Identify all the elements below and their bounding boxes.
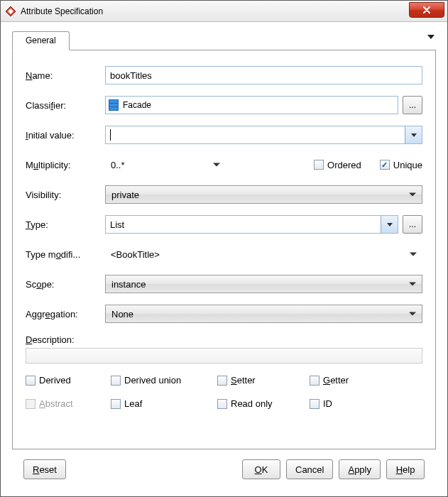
tab-general-label: General <box>26 36 56 45</box>
derived-checkbox[interactable]: Derived <box>26 375 111 386</box>
checkbox-icon <box>26 376 35 386</box>
row-scope: Scope: instance <box>26 275 422 293</box>
readonly-label: Read only <box>231 398 273 409</box>
close-button[interactable] <box>409 2 444 18</box>
titlebar: Attribute Specification <box>1 1 447 22</box>
checkbox-icon <box>217 399 227 409</box>
label-visibility: Visibility: <box>26 190 105 200</box>
derived-label: Derived <box>39 375 71 386</box>
visibility-combo[interactable]: private <box>105 185 422 204</box>
label-name: Name: <box>26 70 105 81</box>
row-type: Type: List ... <box>26 215 422 234</box>
label-aggregation: Aggregation: <box>26 309 105 320</box>
type-modifier-value: <BookTitle> <box>111 249 160 260</box>
derived-union-label: Derived union <box>124 375 181 386</box>
checkbox-icon <box>310 399 319 409</box>
row-name: Name: <box>26 66 422 84</box>
id-label: ID <box>323 398 332 409</box>
label-type: Type: <box>26 219 105 230</box>
type-dropdown-button[interactable] <box>381 216 398 233</box>
row-description: Description: <box>26 334 422 364</box>
label-initial: Initial value: <box>26 130 105 141</box>
getter-checkbox[interactable]: Getter <box>310 375 388 386</box>
type-browse-button[interactable]: ... <box>403 215 422 234</box>
help-button[interactable]: Help <box>386 459 425 479</box>
classifier-value: Facade <box>123 100 151 110</box>
name-input[interactable] <box>105 66 422 84</box>
classifier-browse-button[interactable]: ... <box>403 96 422 114</box>
tab-menu-icon[interactable] <box>427 35 435 39</box>
scope-combo[interactable]: instance <box>105 275 422 293</box>
setter-checkbox[interactable]: Setter <box>217 375 310 386</box>
window-title: Attribute Specification <box>21 6 103 16</box>
dialog-content: General Name: Classifier: <box>1 22 447 496</box>
chevron-down-icon <box>410 253 417 256</box>
checkbox-icon <box>26 399 35 409</box>
aggregation-combo[interactable]: None <box>105 305 422 323</box>
cancel-label: Cancel <box>295 464 324 475</box>
readonly-checkbox[interactable]: Read only <box>217 398 310 409</box>
initial-value-dropdown-button[interactable] <box>405 126 422 143</box>
unique-checkbox[interactable]: Unique <box>380 160 422 170</box>
description-field[interactable] <box>26 348 422 364</box>
setter-label: Setter <box>231 375 256 386</box>
label-scope: Scope: <box>26 279 105 290</box>
reset-button[interactable]: Reset <box>23 459 66 479</box>
row-classifier: Classifier: Facade ... <box>26 96 422 114</box>
classifier-field[interactable]: Facade <box>105 96 398 114</box>
id-checkbox[interactable]: ID <box>310 398 388 409</box>
abstract-label: Abstract <box>39 398 73 409</box>
label-multiplicity: Multiplicity: <box>26 160 105 170</box>
apply-button[interactable]: Apply <box>339 459 381 479</box>
multiplicity-value: 0..* <box>111 160 125 170</box>
aggregation-value: None <box>111 309 133 320</box>
checkbox-icon <box>217 376 227 386</box>
checkbox-icon <box>310 376 319 386</box>
visibility-value: private <box>111 190 139 200</box>
button-bar: Reset OK Cancel Apply Help <box>12 449 436 489</box>
flags-grid: Derived Derived union Setter Getter Abst… <box>26 375 422 409</box>
class-icon <box>109 99 119 111</box>
initial-value-combo[interactable] <box>105 126 422 144</box>
row-initial: Initial value: <box>26 126 422 144</box>
tab-body: Name: Classifier: Facade ... <box>12 50 436 449</box>
row-visibility: Visibility: private <box>26 185 422 204</box>
tab-row: General <box>12 31 436 50</box>
chevron-down-icon <box>409 283 416 286</box>
getter-label: Getter <box>323 375 349 386</box>
chevron-down-icon <box>409 193 416 197</box>
chevron-down-icon <box>409 312 416 316</box>
derived-union-checkbox[interactable]: Derived union <box>111 375 217 386</box>
label-description: Description: <box>26 334 422 345</box>
abstract-checkbox: Abstract <box>26 398 111 409</box>
unique-label: Unique <box>393 160 422 170</box>
type-value: List <box>110 219 124 230</box>
row-multiplicity: Multiplicity: 0..* Ordered Uni <box>26 155 422 174</box>
row-type-modifier: Type modifi... <BookTitle> <box>26 245 422 263</box>
text-caret <box>110 129 111 141</box>
ordered-checkbox[interactable]: Ordered <box>314 160 361 170</box>
dialog-window: Attribute Specification General Name: <box>0 0 448 497</box>
ok-button[interactable]: OK <box>242 459 280 479</box>
label-classifier: Classifier: <box>26 100 105 111</box>
ordered-label: Ordered <box>327 160 361 170</box>
checkbox-icon <box>111 399 121 409</box>
chevron-down-icon <box>213 163 220 167</box>
leaf-label: Leaf <box>124 398 142 409</box>
checkbox-icon <box>111 376 121 386</box>
checkbox-icon <box>314 160 324 170</box>
label-type-modifier: Type modifi... <box>26 249 105 260</box>
scope-value: instance <box>111 279 146 290</box>
type-modifier-combo[interactable]: <BookTitle> <box>105 245 422 263</box>
checkbox-icon <box>380 160 390 170</box>
app-icon <box>5 6 16 17</box>
multiplicity-combo[interactable]: 0..* <box>105 155 226 174</box>
leaf-checkbox[interactable]: Leaf <box>111 398 217 409</box>
type-combo[interactable]: List <box>105 215 398 234</box>
tab-general[interactable]: General <box>12 31 70 50</box>
cancel-button[interactable]: Cancel <box>286 459 333 479</box>
row-aggregation: Aggregation: None <box>26 305 422 323</box>
